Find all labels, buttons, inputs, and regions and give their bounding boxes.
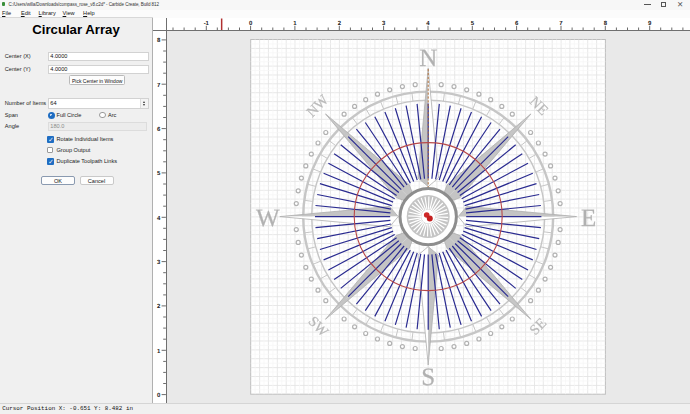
svg-text:1: 1 [293, 20, 297, 27]
svg-text:E: E [581, 206, 596, 233]
svg-text:7: 7 [157, 82, 161, 89]
svg-text:2: 2 [338, 20, 342, 27]
svg-text:7: 7 [559, 20, 563, 27]
svg-text:S: S [421, 365, 435, 392]
svg-text:-1: -1 [204, 20, 210, 27]
svg-text:4: 4 [426, 20, 430, 27]
svg-text:2: 2 [157, 303, 161, 310]
svg-text:4: 4 [157, 215, 161, 222]
svg-text:N: N [419, 45, 437, 72]
svg-text:5: 5 [157, 170, 161, 177]
svg-text:0: 0 [157, 392, 161, 399]
svg-text:W: W [256, 206, 280, 233]
svg-text:8: 8 [604, 20, 608, 27]
svg-text:8: 8 [157, 37, 161, 44]
svg-text:9: 9 [648, 20, 652, 27]
svg-text:6: 6 [515, 20, 519, 27]
svg-text:6: 6 [157, 126, 161, 133]
svg-text:3: 3 [382, 20, 386, 27]
svg-text:3: 3 [157, 259, 161, 266]
svg-text:1: 1 [157, 348, 161, 355]
svg-text:5: 5 [471, 20, 475, 27]
svg-text:0: 0 [249, 20, 253, 27]
